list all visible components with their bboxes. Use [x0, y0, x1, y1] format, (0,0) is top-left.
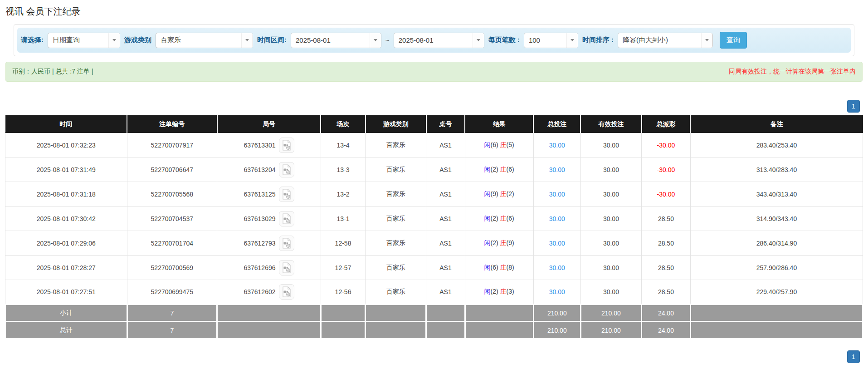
cell-table-no: AS1 — [426, 182, 465, 207]
cell-table-no: AS1 — [426, 207, 465, 231]
cell-time: 2025-08-01 07:27:51 — [5, 280, 127, 305]
cell-bet-id: 522700706647 — [127, 157, 217, 182]
result-banker-score: (6) — [507, 166, 514, 173]
column-header: 局号 — [217, 116, 321, 133]
total-bet-link[interactable]: 30.00 — [549, 215, 565, 222]
video-replay-button[interactable] — [279, 260, 294, 276]
cell-table-no: AS1 — [426, 133, 465, 157]
page-size-select[interactable]: 100 — [524, 33, 578, 48]
video-replay-button[interactable] — [279, 211, 294, 226]
chevron-down-icon[interactable] — [370, 33, 381, 48]
column-header: 有效投注 — [580, 116, 641, 133]
date-to-select[interactable]: 2025-08-01 — [394, 33, 484, 48]
cell-session: 13-4 — [321, 133, 365, 157]
cell-time: 2025-08-01 07:31:49 — [5, 157, 127, 182]
pagination-bottom: 1 — [8, 350, 860, 363]
table-row: 2025-08-01 07:28:27 522700700569 6376126… — [5, 256, 863, 280]
cell-session: 12-58 — [321, 231, 365, 256]
date-from-select[interactable]: 2025-08-01 — [291, 33, 381, 48]
round-number: 637613125 — [244, 191, 275, 198]
video-replay-button[interactable] — [279, 162, 294, 177]
total-bet-link[interactable]: 30.00 — [549, 166, 565, 173]
cell-total-bet: 30.00 — [533, 207, 580, 231]
result-banker-score: (2) — [507, 190, 514, 197]
page-1-button[interactable]: 1 — [847, 350, 860, 363]
round-number: 637612696 — [244, 264, 275, 271]
page-root: 视讯 会员下注纪录 请选择: 日期查询 游戏类别 百家乐 时间区间: 2025-… — [0, 0, 868, 369]
total-bet-link[interactable]: 30.00 — [549, 264, 565, 271]
column-header: 场次 — [321, 116, 365, 133]
page-size-value: 100 — [524, 36, 566, 44]
subtotal-count: 7 — [127, 305, 217, 322]
page-1-button[interactable]: 1 — [847, 100, 860, 113]
total-total-bet: 210.00 — [533, 322, 580, 339]
filter-panel: 请选择: 日期查询 游戏类别 百家乐 时间区间: 2025-08-01 ~ 20… — [14, 24, 854, 56]
round-number: 637613204 — [244, 166, 275, 173]
cell-session: 13-1 — [321, 207, 365, 231]
video-replay-button[interactable] — [279, 284, 294, 300]
subtotal-payout: 24.00 — [642, 305, 691, 322]
cell-bet-id: 522700705568 — [127, 182, 217, 207]
cell-result: 闲(9) 庄(2) — [465, 182, 533, 207]
video-replay-button[interactable] — [279, 138, 294, 153]
cell-total-bet: 30.00 — [533, 157, 580, 182]
result-banker-score: (8) — [507, 264, 514, 271]
cell-bet-id: 522700699475 — [127, 280, 217, 305]
total-bet-link[interactable]: 30.00 — [549, 288, 565, 295]
total-count: 7 — [127, 322, 217, 339]
cell-payout: -30.00 — [642, 182, 691, 207]
cell-session: 13-3 — [321, 157, 365, 182]
chevron-down-icon[interactable] — [566, 33, 578, 48]
cell-game-type: 百家乐 — [366, 231, 426, 256]
chevron-down-icon[interactable] — [473, 33, 484, 48]
video-replay-icon — [282, 164, 292, 175]
total-bet-link[interactable]: 30.00 — [549, 142, 565, 149]
grand-total-row: 总计 7 210.00 210.00 24.00 — [5, 322, 863, 339]
cell-session: 13-2 — [321, 182, 365, 207]
cell-total-bet: 30.00 — [533, 256, 580, 280]
range-separator: ~ — [385, 36, 390, 44]
valid-bet-note-text: 同局有效投注，统一计算在该局第一张注单内 — [729, 68, 856, 76]
result-banker-label: 庄 — [500, 141, 507, 148]
subtotal-row: 小计 7 210.00 210.00 24.00 — [5, 305, 863, 322]
result-player-label: 闲 — [484, 288, 491, 295]
cell-bet-id: 522700700569 — [127, 256, 217, 280]
cell-session: 12-57 — [321, 256, 365, 280]
table-row: 2025-08-01 07:29:06 522700701704 6376127… — [5, 231, 863, 256]
game-type-select[interactable]: 百家乐 — [156, 33, 253, 48]
total-bet-link[interactable]: 30.00 — [549, 240, 565, 247]
table-row: 2025-08-01 07:31:18 522700705568 6376131… — [5, 182, 863, 207]
cell-payout: -30.00 — [642, 157, 691, 182]
cell-table-no: AS1 — [426, 231, 465, 256]
subtotal-label: 小计 — [5, 305, 127, 322]
sort-order-select[interactable]: 降幂(由大到小) — [618, 33, 713, 48]
result-player-score: (6) — [491, 141, 498, 148]
cell-valid-bet: 30.00 — [580, 182, 641, 207]
page-title: 视讯 会员下注纪录 — [5, 5, 863, 18]
cell-remark: 313.40/283.40 — [690, 157, 863, 182]
cell-valid-bet: 30.00 — [580, 157, 641, 182]
game-type-label: 游戏类别 — [124, 36, 151, 44]
video-replay-button[interactable] — [279, 187, 294, 202]
chevron-down-icon[interactable] — [701, 33, 712, 48]
game-type-value: 百家乐 — [156, 36, 241, 44]
cell-game-type: 百家乐 — [366, 157, 426, 182]
cell-round: 637612602 — [217, 280, 321, 305]
cell-time: 2025-08-01 07:30:42 — [5, 207, 127, 231]
cell-result: 闲(6) 庄(5) — [465, 133, 533, 157]
query-type-label: 请选择: — [21, 36, 44, 44]
search-button[interactable]: 查询 — [720, 32, 747, 49]
result-player-label: 闲 — [484, 239, 491, 246]
video-replay-button[interactable] — [279, 236, 294, 251]
filter-bar: 请选择: 日期查询 游戏类别 百家乐 时间区间: 2025-08-01 ~ 20… — [17, 28, 851, 53]
chevron-down-icon[interactable] — [241, 33, 253, 48]
cell-round: 637613029 — [217, 207, 321, 231]
total-bet-link[interactable]: 30.00 — [549, 191, 565, 198]
query-type-select[interactable]: 日期查询 — [48, 33, 120, 48]
table-row: 2025-08-01 07:32:23 522700707917 6376133… — [5, 133, 863, 157]
chevron-down-icon[interactable] — [108, 33, 120, 48]
column-header: 总派彩 — [642, 116, 691, 133]
result-player-score: (6) — [491, 264, 498, 271]
column-header: 总投注 — [533, 116, 580, 133]
cell-valid-bet: 30.00 — [580, 231, 641, 256]
